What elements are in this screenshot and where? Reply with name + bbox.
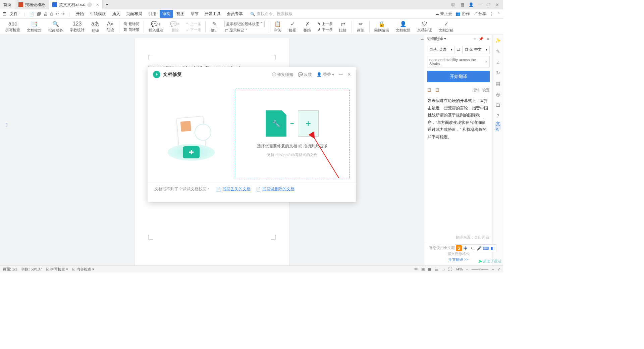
- copy-src-icon[interactable]: 📋: [427, 88, 432, 93]
- tab-templates[interactable]: 找稻壳模板: [15, 0, 49, 9]
- repair-info-link[interactable]: ⓘ 修复须知: [272, 72, 293, 78]
- certify-button[interactable]: 🛡文档认证: [415, 20, 435, 33]
- zoom-level[interactable]: 74%: [455, 267, 463, 271]
- review-pane-button[interactable]: 📋审阅: [271, 20, 284, 34]
- hamburger-icon[interactable]: ☰: [3, 12, 6, 16]
- tool-translate-icon[interactable]: 文A: [495, 123, 501, 130]
- accept-button[interactable]: ✓接受: [286, 20, 299, 34]
- file-dropzone[interactable]: ━ + 选择您需要修复的文档 或 拖拽到此区域 支持.doc/.ppt/.xls…: [235, 89, 350, 179]
- tool-help-icon[interactable]: ?: [495, 113, 501, 119]
- tool-location-icon[interactable]: ◎: [495, 91, 501, 97]
- view-read-icon[interactable]: ▭: [441, 267, 445, 271]
- proofread-button[interactable]: 📑文档校对: [24, 20, 44, 34]
- ime-voice-icon[interactable]: 🎤: [476, 245, 482, 251]
- zoom-slider[interactable]: ——○——: [472, 267, 489, 271]
- ime-toolbar[interactable]: S 中 •, 🎤 ⌨ ◧: [455, 244, 496, 252]
- qat-redo-icon[interactable]: ↷: [61, 12, 65, 16]
- dialog-minimize-button[interactable]: —: [339, 72, 343, 77]
- apps-icon[interactable]: ▦: [460, 2, 465, 7]
- display-mode-select[interactable]: 显示标记的最终状态 ˅: [224, 21, 265, 27]
- menu-reference[interactable]: 引用: [146, 10, 159, 18]
- qat-preview-icon[interactable]: ⎙: [50, 12, 53, 16]
- prev-comment-button[interactable]: ↰ 上一条: [186, 21, 201, 27]
- correction-button[interactable]: 🔍批改服务: [46, 20, 66, 34]
- compare-button[interactable]: ⇄比较: [336, 20, 350, 34]
- tool-layers-icon[interactable]: ▤: [495, 81, 501, 87]
- panel-close-icon[interactable]: ✕: [486, 37, 490, 41]
- translate-button[interactable]: aあ翻译: [89, 20, 102, 34]
- track-changes-button[interactable]: ✎修订: [208, 20, 221, 34]
- next-comment-button[interactable]: ↲ 下一条: [186, 27, 201, 32]
- menu-review[interactable]: 审阅: [160, 10, 173, 18]
- sogou-icon[interactable]: S: [456, 245, 462, 251]
- delete-comment-button[interactable]: 💬×删除: [167, 20, 182, 34]
- permissions-button[interactable]: 👤文档权限: [393, 20, 413, 34]
- minimize-button[interactable]: —: [477, 2, 482, 7]
- command-search[interactable]: 🔍 查找命令、搜索模板: [250, 11, 293, 17]
- wordcount-button[interactable]: 123字数统计: [67, 20, 87, 33]
- ime-keyboard-icon[interactable]: ⌨: [483, 245, 489, 251]
- restrict-edit-button[interactable]: 🔒限制编辑: [372, 20, 392, 34]
- zoom-out-button[interactable]: −: [466, 267, 468, 271]
- finalize-button[interactable]: ✓文档定稿: [436, 20, 456, 34]
- report-error-link[interactable]: 报错: [472, 88, 480, 93]
- spellcheck-toggle[interactable]: ☑ 拼写检查 ▾: [46, 267, 68, 272]
- tool-pen-icon[interactable]: ✎: [495, 48, 501, 54]
- menu-template[interactable]: 牛犊模板: [87, 10, 109, 18]
- file-menu[interactable]: 文件˅: [8, 11, 23, 17]
- fulltext-translate-link[interactable]: 全文翻译 >>: [448, 257, 469, 261]
- translate-input[interactable]: eace and stability across the Straits.×: [427, 56, 490, 67]
- menu-vip[interactable]: 会员专享: [224, 10, 246, 18]
- show-markup-button[interactable]: 🏷 显示标记 ˅: [224, 28, 265, 33]
- tab-document[interactable]: 英文文档.docx ⚪ ✕: [49, 0, 103, 9]
- qat-new-icon[interactable]: 📄: [29, 12, 34, 16]
- readaloud-button[interactable]: A»朗读: [104, 20, 117, 33]
- tab-close-icon[interactable]: ✕: [96, 3, 99, 7]
- panel-collapse-left[interactable]: ◂▸: [421, 36, 424, 42]
- collapse-ribbon-icon[interactable]: ⌃: [497, 12, 500, 16]
- menu-insert[interactable]: 插入: [109, 10, 123, 18]
- qat-print-icon[interactable]: 🖨: [44, 12, 48, 16]
- tool-smart-icon[interactable]: ✨: [495, 38, 501, 44]
- to-simplified-button[interactable]: 简 繁转简: [123, 21, 140, 27]
- source-lang-select[interactable]: 自动: 英语 ▾: [427, 46, 455, 53]
- to-traditional-button[interactable]: 繁 简转繁: [123, 27, 140, 32]
- spellcheck-button[interactable]: abc拼写检查: [3, 20, 23, 33]
- panel-title[interactable]: 短句翻译 ▾: [427, 36, 446, 42]
- content-check-toggle[interactable]: ☑ 内容检查 ▾: [72, 267, 94, 272]
- qat-open-icon[interactable]: 🗐: [37, 12, 41, 16]
- panel-pin-icon[interactable]: 📌: [479, 37, 484, 41]
- panel-menu-icon[interactable]: ≡: [474, 37, 476, 41]
- close-button[interactable]: ✕: [494, 2, 500, 7]
- reject-button[interactable]: ✗拒绝: [301, 20, 314, 34]
- collab-button[interactable]: 👥 协作: [455, 11, 470, 17]
- user-dropdown[interactable]: 👤 香香 ▾: [317, 72, 334, 78]
- layout-icon[interactable]: ⿻: [451, 2, 456, 7]
- new-comment-button[interactable]: 💬+插入批注: [146, 20, 166, 34]
- copy-dst-icon[interactable]: 📋: [435, 88, 440, 93]
- page-marker-icon[interactable]: ▯: [5, 122, 8, 127]
- ime-skin-icon[interactable]: ◧: [489, 245, 495, 251]
- fullscreen-icon[interactable]: ⤢: [497, 267, 500, 271]
- translation-result[interactable]: 发表演讲在论坛的开幕式上，秦抨击最近一些荒谬的言论，指责中国挑战所谓的基于规则的…: [424, 95, 492, 233]
- view-web-icon[interactable]: ▦: [428, 267, 431, 271]
- cloud-status[interactable]: ☁ 未上云: [435, 11, 452, 17]
- clear-input-icon[interactable]: ×: [485, 60, 487, 64]
- fit-page-icon[interactable]: ⛶: [448, 267, 452, 271]
- view-print-icon[interactable]: ▤: [421, 267, 425, 271]
- tool-select-icon[interactable]: ⟀: [495, 59, 501, 65]
- tool-refresh-icon[interactable]: ↻: [495, 70, 501, 76]
- settings-link[interactable]: 设置: [482, 88, 490, 93]
- prev-change-button[interactable]: ↰ 上一条: [317, 21, 333, 27]
- menu-view[interactable]: 视图: [174, 10, 187, 18]
- translate-button[interactable]: 开始翻译: [427, 71, 490, 82]
- zoom-in-button[interactable]: +: [492, 267, 494, 271]
- menu-section[interactable]: 章节: [188, 10, 201, 18]
- recover-lost-link[interactable]: 📄找回丢失的文档: [216, 186, 251, 192]
- avatar-icon[interactable]: 👤: [468, 2, 474, 7]
- word-count[interactable]: 字数: 50/137: [21, 267, 42, 272]
- menu-layout[interactable]: 页面布局: [123, 10, 145, 18]
- maximize-button[interactable]: ❐: [486, 2, 491, 7]
- view-eye-icon[interactable]: 👁: [414, 267, 418, 271]
- menu-devtools[interactable]: 开发工具: [202, 10, 223, 18]
